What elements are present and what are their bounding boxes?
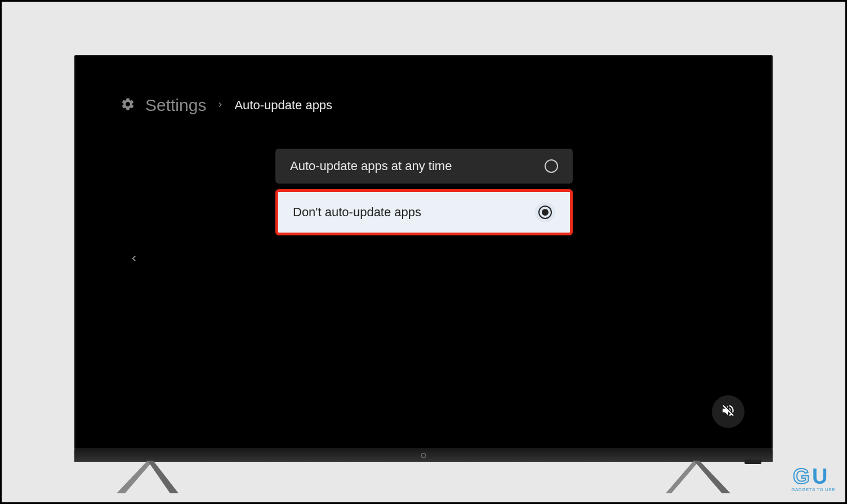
breadcrumb: Settings Auto-update apps bbox=[75, 56, 772, 115]
radio-unchecked-icon bbox=[545, 159, 558, 173]
option-label: Don't auto-update apps bbox=[293, 205, 421, 220]
options-list: Auto-update apps at any time Don't auto-… bbox=[275, 149, 573, 235]
svg-text:G: G bbox=[793, 465, 810, 488]
option-auto-update-any-time[interactable]: Auto-update apps at any time bbox=[275, 149, 573, 184]
svg-marker-3 bbox=[694, 461, 730, 493]
option-label: Auto-update apps at any time bbox=[290, 159, 452, 173]
mute-button[interactable] bbox=[712, 395, 745, 428]
breadcrumb-root[interactable]: Settings bbox=[145, 96, 206, 115]
watermark-text: GADGETS TO USE bbox=[791, 487, 835, 492]
svg-text:U: U bbox=[812, 465, 827, 488]
volume-mute-icon bbox=[721, 403, 735, 420]
watermark: G U GADGETS TO USE bbox=[791, 465, 835, 492]
chevron-right-icon bbox=[216, 99, 224, 111]
breadcrumb-current: Auto-update apps bbox=[234, 98, 332, 113]
back-chevron-icon[interactable] bbox=[129, 253, 139, 266]
tv-frame: Settings Auto-update apps Auto-update ap… bbox=[74, 55, 773, 449]
tv-screen: Settings Auto-update apps Auto-update ap… bbox=[74, 55, 773, 449]
gear-icon bbox=[121, 97, 135, 114]
tv-ir-sensor bbox=[745, 460, 761, 464]
tv-stand-right bbox=[666, 461, 733, 494]
svg-marker-2 bbox=[666, 461, 699, 493]
radio-checked-icon bbox=[535, 202, 555, 222]
tv-bezel bbox=[74, 449, 773, 462]
svg-marker-1 bbox=[148, 461, 179, 493]
tv-stand-left bbox=[114, 461, 181, 494]
option-dont-auto-update[interactable]: Don't auto-update apps bbox=[275, 189, 573, 235]
svg-marker-0 bbox=[117, 461, 153, 493]
tv-brand-logo bbox=[421, 453, 426, 458]
